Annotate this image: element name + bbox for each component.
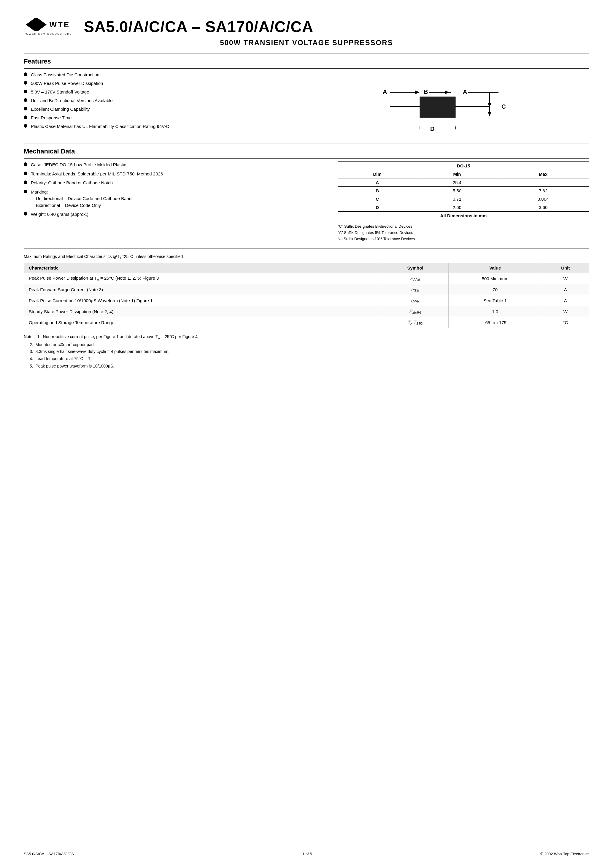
dim-a-min: 25.4 <box>417 178 497 187</box>
dim-table-title: DO-15 <box>337 162 589 170</box>
footer-right: © 2002 Won-Top Electronics <box>540 852 589 856</box>
suffix-note-3: No Suffix Designates 10% Tolerance Devic… <box>337 236 589 242</box>
mech-bullet-2 <box>24 172 27 175</box>
dim-table-title-row: DO-15 <box>337 162 589 170</box>
feature-item-5: Excellent Clamping Capability <box>24 106 300 112</box>
col-max: Max <box>497 170 589 178</box>
rating-symbol-3: IPPM <box>382 295 448 306</box>
rating-row-2: Peak Forward Surge Current (Note 3) IFSM… <box>24 284 589 295</box>
rating-value-3: See Table 1 <box>448 295 542 306</box>
dim-c-max: 0.864 <box>497 195 589 203</box>
mech-bullet-4 <box>24 190 27 193</box>
col-characteristic: Characteristic <box>24 263 382 273</box>
rating-unit-5: °C <box>542 317 589 328</box>
rating-symbol-2: IFSM <box>382 284 448 295</box>
ratings-header-row: Characteristic Symbol Value Unit <box>24 263 589 273</box>
rating-symbol-4: PM(AV) <box>382 306 448 317</box>
mech-item-5: Weight: 0.40 grams (approx.) <box>24 211 326 218</box>
main-title: SA5.0/A/C/CA – SA170/A/C/CA <box>84 18 589 36</box>
max-ratings-section: Maximum Ratings and Electrical Character… <box>24 253 589 370</box>
dim-b-label: B <box>337 187 417 195</box>
mech-columns: Case: JEDEC DO-15 Low Profile Molded Pla… <box>24 161 589 242</box>
rating-char-4: Steady State Power Dissipation (Note 2, … <box>24 306 382 317</box>
mech-title: Mechanical Data <box>24 147 589 155</box>
rating-symbol-5: Ti, TSTG <box>382 317 448 328</box>
rating-row-5: Operating and Storage Temperature Range … <box>24 317 589 328</box>
dim-b-min: 5.50 <box>417 187 497 195</box>
rating-char-1: Peak Pulse Power Dissipation at TA = 25°… <box>24 273 382 284</box>
mech-item-2: Terminals: Axial Leads, Solderable per M… <box>24 171 326 178</box>
logo-area: WTE POWER SEMICONDUCTORS <box>24 18 72 35</box>
max-ratings-title-bold: Maximum Ratings and Electrical Character… <box>24 254 113 259</box>
rating-char-3: Peak Pulse Current on 10/1000μS Waveform… <box>24 295 382 306</box>
rating-value-5: -65 to +175 <box>448 317 542 328</box>
feature-item-1: Glass Passivated Die Construction <box>24 71 300 78</box>
page-footer: SA5.0/A/CA – SA170/A/C/CA 1 of 5 © 2002 … <box>24 849 589 856</box>
svg-marker-15 <box>488 112 491 116</box>
feature-item-6: Fast Response Time <box>24 115 300 121</box>
ratings-table-body: Peak Pulse Power Dissipation at TA = 25°… <box>24 273 589 328</box>
mech-item-3: Polarity: Cathode Band or Cathode Notch <box>24 180 326 186</box>
dim-row-a: A 25.4 — <box>337 178 589 187</box>
note-1: 1. Non-repetitive current pulse, per Fig… <box>37 334 199 339</box>
bullet-1 <box>24 73 27 76</box>
rating-unit-3: A <box>542 295 589 306</box>
svg-text:C: C <box>502 103 506 110</box>
wte-logo: WTE POWER SEMICONDUCTORS <box>24 18 72 35</box>
dim-d-label: D <box>337 203 417 212</box>
dim-c-min: 0.71 <box>417 195 497 203</box>
page-header: WTE POWER SEMICONDUCTORS SA5.0/A/C/CA – … <box>24 18 589 36</box>
svg-text:D: D <box>430 126 434 132</box>
dim-d-max: 3.60 <box>497 203 589 212</box>
dim-a-label: A <box>337 178 417 187</box>
rating-value-2: 70 <box>448 284 542 295</box>
logo-arrow-left <box>26 18 35 31</box>
header-divider <box>24 53 589 53</box>
features-columns: Glass Passivated Die Construction 500W P… <box>24 71 589 137</box>
rating-unit-1: W <box>542 273 589 284</box>
rating-row-1: Peak Pulse Power Dissipation at TA = 25°… <box>24 273 589 284</box>
dimensions-table: DO-15 Dim Min Max A 25.4 — B 5.50 7.62 <box>337 161 589 220</box>
dim-table-wrap: DO-15 Dim Min Max A 25.4 — B 5.50 7.62 <box>337 161 589 242</box>
footer-center: 1 of 5 <box>302 852 312 856</box>
features-section: Features Glass Passivated Die Constructi… <box>24 57 589 137</box>
svg-text:A: A <box>463 88 467 95</box>
note-4: 4. Lead temperature at 75°C = TL <box>30 355 589 363</box>
suffix-note-1: "C" Suffix Designates Bi-directional Dev… <box>337 223 589 230</box>
feature-item-3: 5.0V – 170V Standoff Voltage <box>24 89 300 95</box>
rating-unit-4: W <box>542 306 589 317</box>
col-min: Min <box>417 170 497 178</box>
feature-item-2: 500W Peak Pulse Power Dissipation <box>24 80 300 87</box>
bullet-5 <box>24 107 27 110</box>
mech-divider-top <box>24 143 589 143</box>
bullet-2 <box>24 81 27 85</box>
rating-value-4: 1.0 <box>448 306 542 317</box>
suffix-note-2: "A" Suffix Designates 5% Tolerance Devic… <box>337 230 589 236</box>
diode-diagram-svg: A B A <box>374 71 528 137</box>
logo-subtitle: POWER SEMICONDUCTORS <box>24 33 72 35</box>
dim-row-b: B 5.50 7.62 <box>337 187 589 195</box>
feature-item-7: Plastic Case Material has UL Flammabilit… <box>24 123 300 129</box>
svg-marker-2 <box>415 90 420 94</box>
features-list: Glass Passivated Die Construction 500W P… <box>24 71 300 137</box>
max-ratings-title: Maximum Ratings and Electrical Character… <box>24 253 589 260</box>
footer-left: SA5.0/A/CA – SA170/A/C/CA <box>24 852 74 856</box>
col-unit: Unit <box>542 263 589 273</box>
dim-row-c: C 0.71 0.864 <box>337 195 589 203</box>
rating-value-1: 500 Minimum <box>448 273 542 284</box>
dim-c-label: C <box>337 195 417 203</box>
notes-label: Note: <box>24 334 36 339</box>
bullet-7 <box>24 124 27 128</box>
note-3: 3. 8.3ms single half sine-wave duty cycl… <box>30 348 589 355</box>
bullet-6 <box>24 115 27 119</box>
rating-row-3: Peak Pulse Current on 10/1000μS Waveform… <box>24 295 589 306</box>
mech-item-1: Case: JEDEC DO-15 Low Profile Molded Pla… <box>24 161 326 168</box>
logo-arrow-right <box>38 18 46 31</box>
mechanical-section: Mechanical Data Case: JEDEC DO-15 Low Pr… <box>24 147 589 242</box>
bullet-4 <box>24 98 27 102</box>
features-title: Features <box>24 57 589 65</box>
dim-row-d: D 2.60 3.60 <box>337 203 589 212</box>
svg-text:B: B <box>424 88 428 95</box>
svg-rect-10 <box>420 97 455 118</box>
dim-footer: All Dimensions in mm <box>337 212 589 220</box>
